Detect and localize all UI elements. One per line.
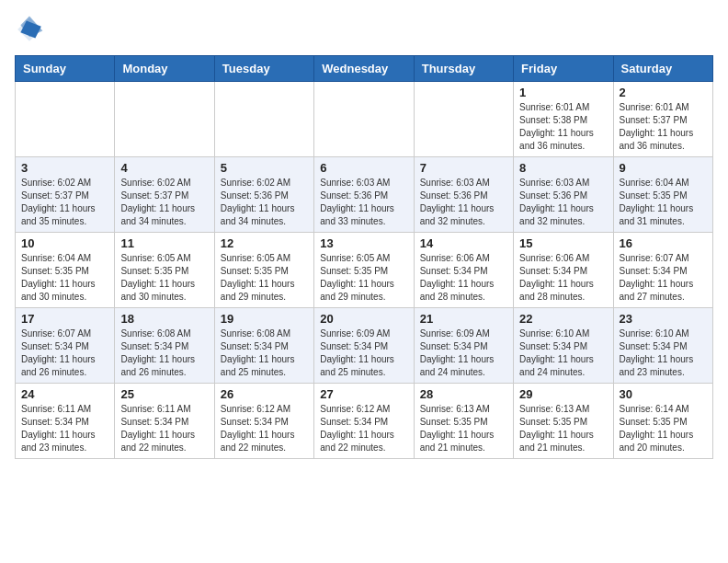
day-info: Sunrise: 6:04 AM Sunset: 5:35 PM Dayligh… xyxy=(620,177,707,228)
day-info: Sunrise: 6:10 AM Sunset: 5:34 PM Dayligh… xyxy=(620,327,707,379)
day-info: Sunrise: 6:09 AM Sunset: 5:34 PM Dayligh… xyxy=(420,327,507,379)
calendar-cell: 27Sunrise: 6:12 AM Sunset: 5:34 PM Dayli… xyxy=(314,384,414,459)
page-header xyxy=(15,15,713,44)
calendar-cell: 17Sunrise: 6:07 AM Sunset: 5:34 PM Dayli… xyxy=(16,308,115,384)
calendar-week-5: 24Sunrise: 6:11 AM Sunset: 5:34 PM Dayli… xyxy=(16,384,713,459)
calendar-week-3: 10Sunrise: 6:04 AM Sunset: 5:35 PM Dayli… xyxy=(16,233,713,308)
day-info: Sunrise: 6:05 AM Sunset: 5:35 PM Dayligh… xyxy=(320,252,407,304)
day-info: Sunrise: 6:11 AM Sunset: 5:34 PM Dayligh… xyxy=(120,403,208,454)
day-number: 22 xyxy=(519,312,607,326)
day-info: Sunrise: 6:05 AM Sunset: 5:35 PM Dayligh… xyxy=(221,252,308,304)
day-number: 29 xyxy=(519,387,607,401)
weekday-header-saturday: Saturday xyxy=(613,56,712,82)
calendar-cell: 14Sunrise: 6:06 AM Sunset: 5:34 PM Dayli… xyxy=(414,233,513,308)
calendar-cell: 28Sunrise: 6:13 AM Sunset: 5:35 PM Dayli… xyxy=(414,384,513,459)
calendar-cell: 1Sunrise: 6:01 AM Sunset: 5:38 PM Daylig… xyxy=(514,82,613,157)
day-number: 15 xyxy=(519,236,607,250)
day-number: 21 xyxy=(420,312,507,326)
day-number: 24 xyxy=(21,387,108,401)
calendar-cell: 4Sunrise: 6:02 AM Sunset: 5:37 PM Daylig… xyxy=(115,157,214,233)
day-info: Sunrise: 6:12 AM Sunset: 5:34 PM Dayligh… xyxy=(221,403,308,454)
day-number: 3 xyxy=(21,161,108,175)
calendar-cell: 7Sunrise: 6:03 AM Sunset: 5:36 PM Daylig… xyxy=(414,157,513,233)
calendar-cell xyxy=(214,82,313,157)
day-info: Sunrise: 6:08 AM Sunset: 5:34 PM Dayligh… xyxy=(221,327,308,379)
day-info: Sunrise: 6:06 AM Sunset: 5:34 PM Dayligh… xyxy=(420,252,507,304)
day-info: Sunrise: 6:12 AM Sunset: 5:34 PM Dayligh… xyxy=(320,403,407,454)
day-info: Sunrise: 6:02 AM Sunset: 5:36 PM Dayligh… xyxy=(221,177,308,228)
calendar-cell: 20Sunrise: 6:09 AM Sunset: 5:34 PM Dayli… xyxy=(314,308,414,384)
calendar-week-2: 3Sunrise: 6:02 AM Sunset: 5:37 PM Daylig… xyxy=(16,157,713,233)
day-info: Sunrise: 6:08 AM Sunset: 5:34 PM Dayligh… xyxy=(120,327,208,379)
weekday-header-sunday: Sunday xyxy=(16,56,115,82)
weekday-header-monday: Monday xyxy=(115,56,214,82)
calendar-week-4: 17Sunrise: 6:07 AM Sunset: 5:34 PM Dayli… xyxy=(16,308,713,384)
calendar-cell: 23Sunrise: 6:10 AM Sunset: 5:34 PM Dayli… xyxy=(613,308,712,384)
day-info: Sunrise: 6:13 AM Sunset: 5:35 PM Dayligh… xyxy=(519,403,607,454)
calendar-cell: 25Sunrise: 6:11 AM Sunset: 5:34 PM Dayli… xyxy=(115,384,214,459)
calendar-cell: 15Sunrise: 6:06 AM Sunset: 5:34 PM Dayli… xyxy=(514,233,613,308)
logo xyxy=(15,15,48,44)
day-number: 7 xyxy=(420,161,507,175)
calendar-cell xyxy=(16,82,115,157)
day-number: 25 xyxy=(120,387,208,401)
day-number: 13 xyxy=(320,236,407,250)
weekday-header-tuesday: Tuesday xyxy=(214,56,313,82)
calendar-cell: 3Sunrise: 6:02 AM Sunset: 5:37 PM Daylig… xyxy=(16,157,115,233)
day-info: Sunrise: 6:01 AM Sunset: 5:38 PM Dayligh… xyxy=(519,101,607,153)
day-info: Sunrise: 6:02 AM Sunset: 5:37 PM Dayligh… xyxy=(21,177,108,228)
day-number: 14 xyxy=(420,236,507,250)
day-info: Sunrise: 6:05 AM Sunset: 5:35 PM Dayligh… xyxy=(120,252,208,304)
day-info: Sunrise: 6:10 AM Sunset: 5:34 PM Dayligh… xyxy=(519,327,607,379)
day-info: Sunrise: 6:01 AM Sunset: 5:37 PM Dayligh… xyxy=(620,101,707,153)
day-info: Sunrise: 6:03 AM Sunset: 5:36 PM Dayligh… xyxy=(420,177,507,228)
calendar-cell: 21Sunrise: 6:09 AM Sunset: 5:34 PM Dayli… xyxy=(414,308,513,384)
day-info: Sunrise: 6:11 AM Sunset: 5:34 PM Dayligh… xyxy=(21,403,108,454)
calendar-cell: 11Sunrise: 6:05 AM Sunset: 5:35 PM Dayli… xyxy=(115,233,214,308)
day-number: 17 xyxy=(21,312,108,326)
day-number: 19 xyxy=(221,312,308,326)
day-info: Sunrise: 6:04 AM Sunset: 5:35 PM Dayligh… xyxy=(21,252,108,304)
calendar-body: 1Sunrise: 6:01 AM Sunset: 5:38 PM Daylig… xyxy=(16,82,713,459)
day-number: 11 xyxy=(120,236,208,250)
day-number: 26 xyxy=(221,387,308,401)
day-info: Sunrise: 6:07 AM Sunset: 5:34 PM Dayligh… xyxy=(21,327,108,379)
weekday-header-friday: Friday xyxy=(514,56,613,82)
calendar-cell: 12Sunrise: 6:05 AM Sunset: 5:35 PM Dayli… xyxy=(214,233,313,308)
day-info: Sunrise: 6:14 AM Sunset: 5:35 PM Dayligh… xyxy=(620,403,707,454)
weekday-header-wednesday: Wednesday xyxy=(314,56,414,82)
calendar-cell: 9Sunrise: 6:04 AM Sunset: 5:35 PM Daylig… xyxy=(613,157,712,233)
calendar-week-1: 1Sunrise: 6:01 AM Sunset: 5:38 PM Daylig… xyxy=(16,82,713,157)
day-number: 28 xyxy=(420,387,507,401)
logo-icon xyxy=(15,15,44,44)
calendar-cell xyxy=(115,82,214,157)
calendar-cell: 6Sunrise: 6:03 AM Sunset: 5:36 PM Daylig… xyxy=(314,157,414,233)
day-number: 20 xyxy=(320,312,407,326)
calendar-cell: 16Sunrise: 6:07 AM Sunset: 5:34 PM Dayli… xyxy=(613,233,712,308)
calendar-cell: 18Sunrise: 6:08 AM Sunset: 5:34 PM Dayli… xyxy=(115,308,214,384)
day-number: 30 xyxy=(620,387,707,401)
calendar-cell: 10Sunrise: 6:04 AM Sunset: 5:35 PM Dayli… xyxy=(16,233,115,308)
calendar-cell: 29Sunrise: 6:13 AM Sunset: 5:35 PM Dayli… xyxy=(514,384,613,459)
calendar-cell xyxy=(414,82,513,157)
day-number: 27 xyxy=(320,387,407,401)
day-info: Sunrise: 6:07 AM Sunset: 5:34 PM Dayligh… xyxy=(620,252,707,304)
day-number: 5 xyxy=(221,161,308,175)
calendar-cell: 22Sunrise: 6:10 AM Sunset: 5:34 PM Dayli… xyxy=(514,308,613,384)
day-number: 18 xyxy=(120,312,208,326)
calendar-header: SundayMondayTuesdayWednesdayThursdayFrid… xyxy=(16,56,713,82)
calendar-cell: 19Sunrise: 6:08 AM Sunset: 5:34 PM Dayli… xyxy=(214,308,313,384)
weekday-row: SundayMondayTuesdayWednesdayThursdayFrid… xyxy=(16,56,713,82)
day-info: Sunrise: 6:03 AM Sunset: 5:36 PM Dayligh… xyxy=(519,177,607,228)
day-info: Sunrise: 6:13 AM Sunset: 5:35 PM Dayligh… xyxy=(420,403,507,454)
day-number: 9 xyxy=(620,161,707,175)
day-number: 23 xyxy=(620,312,707,326)
day-number: 4 xyxy=(120,161,208,175)
day-number: 8 xyxy=(519,161,607,175)
calendar-cell: 24Sunrise: 6:11 AM Sunset: 5:34 PM Dayli… xyxy=(16,384,115,459)
day-number: 16 xyxy=(620,236,707,250)
calendar-cell: 8Sunrise: 6:03 AM Sunset: 5:36 PM Daylig… xyxy=(514,157,613,233)
day-info: Sunrise: 6:02 AM Sunset: 5:37 PM Dayligh… xyxy=(120,177,208,228)
calendar-table: SundayMondayTuesdayWednesdayThursdayFrid… xyxy=(15,55,713,459)
day-number: 1 xyxy=(519,86,607,99)
